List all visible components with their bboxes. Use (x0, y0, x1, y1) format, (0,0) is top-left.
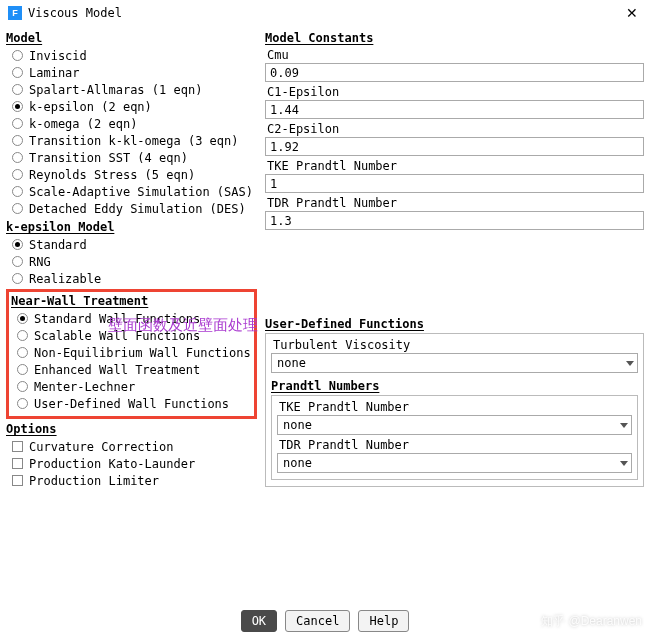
model-option[interactable]: k-epsilon (2 eqn) (6, 98, 261, 115)
checkbox-icon (12, 458, 23, 469)
model-label: Inviscid (29, 49, 87, 63)
svg-rect-0 (523, 615, 537, 629)
radio-icon (12, 50, 23, 61)
radio-icon (12, 101, 23, 112)
constant-input[interactable] (265, 100, 644, 119)
ok-button[interactable]: OK (241, 610, 277, 632)
model-label: Scale-Adaptive Simulation (SAS) (29, 185, 253, 199)
chevron-down-icon (620, 461, 628, 466)
constant-input[interactable] (265, 63, 644, 82)
window-title: Viscous Model (28, 6, 622, 20)
model-option[interactable]: k-omega (2 eqn) (6, 115, 261, 132)
model-option[interactable]: Reynolds Stress (5 eqn) (6, 166, 261, 183)
constant-input[interactable] (265, 211, 644, 230)
radio-icon (12, 118, 23, 129)
ke-model-label: Standard (29, 238, 87, 252)
near-wall-label: User-Defined Wall Functions (34, 397, 229, 411)
close-icon[interactable]: ✕ (622, 5, 642, 21)
chevron-down-icon (620, 423, 628, 428)
model-option[interactable]: Scale-Adaptive Simulation (SAS) (6, 183, 261, 200)
radio-icon (12, 84, 23, 95)
constants-title: Model Constants (265, 31, 644, 45)
model-option[interactable]: Transition SST (4 eqn) (6, 149, 261, 166)
option-check[interactable]: Production Kato-Launder (6, 455, 261, 472)
radio-icon (12, 67, 23, 78)
radio-icon (12, 152, 23, 163)
turb-visc-dropdown[interactable]: none (271, 353, 638, 373)
option-label: Curvature Correction (29, 440, 174, 454)
help-button[interactable]: Help (358, 610, 409, 632)
near-wall-title: Near-Wall Treatment (11, 294, 252, 308)
near-wall-option[interactable]: Non-Equilibrium Wall Functions (11, 344, 252, 361)
options-title: Options (6, 422, 261, 436)
prandtl-box: TKE Prandtl NumbernoneTDR Prandtl Number… (271, 395, 638, 480)
model-option[interactable]: Inviscid (6, 47, 261, 64)
option-label: Production Limiter (29, 474, 159, 488)
constant-label: TKE Prandtl Number (267, 159, 644, 173)
prandtl-value: none (283, 418, 620, 432)
model-option[interactable]: Detached Eddy Simulation (DES) (6, 200, 261, 217)
option-label: Production Kato-Launder (29, 457, 195, 471)
ke-model-label: Realizable (29, 272, 101, 286)
ke-model-title: k-epsilon Model (6, 220, 261, 234)
turb-visc-label: Turbulent Viscosity (273, 338, 638, 352)
constant-input[interactable] (265, 174, 644, 193)
app-icon: F (8, 6, 22, 20)
constant-label: C1-Epsilon (267, 85, 644, 99)
constant-input[interactable] (265, 137, 644, 156)
ke-model-label: RNG (29, 255, 51, 269)
options-checks: Curvature CorrectionProduction Kato-Laun… (6, 438, 261, 489)
radio-icon (12, 239, 23, 250)
prandtl-value: none (283, 456, 620, 470)
prandtl-dropdown[interactable]: none (277, 415, 632, 435)
prandtl-title: Prandtl Numbers (271, 379, 638, 393)
prandtl-dropdown[interactable]: none (277, 453, 632, 473)
annotation-text: 壁面函数及近壁面处理 (108, 316, 258, 335)
near-wall-option[interactable]: User-Defined Wall Functions (11, 395, 252, 412)
model-option[interactable]: Transition k-kl-omega (3 eqn) (6, 132, 261, 149)
near-wall-option[interactable]: Enhanced Wall Treatment (11, 361, 252, 378)
zhihu-icon (523, 615, 537, 629)
model-label: k-omega (2 eqn) (29, 117, 137, 131)
radio-icon (17, 313, 28, 324)
udf-title: User-Defined Functions (265, 317, 644, 331)
radio-icon (12, 135, 23, 146)
option-check[interactable]: Production Limiter (6, 472, 261, 489)
model-option[interactable]: Spalart-Allmaras (1 eqn) (6, 81, 261, 98)
udf-box: Turbulent Viscosity none Prandtl Numbers… (265, 333, 644, 487)
model-title: Model (6, 31, 261, 45)
radio-icon (12, 186, 23, 197)
near-wall-label: Menter-Lechner (34, 380, 135, 394)
cancel-button[interactable]: Cancel (285, 610, 350, 632)
radio-icon (12, 203, 23, 214)
radio-icon (17, 347, 28, 358)
turb-visc-value: none (277, 356, 626, 370)
ke-model-option[interactable]: Standard (6, 236, 261, 253)
radio-icon (12, 273, 23, 284)
model-options: InviscidLaminarSpalart-Allmaras (1 eqn)k… (6, 47, 261, 217)
model-label: Laminar (29, 66, 80, 80)
constant-label: C2-Epsilon (267, 122, 644, 136)
model-option[interactable]: Laminar (6, 64, 261, 81)
ke-model-option[interactable]: RNG (6, 253, 261, 270)
model-label: Spalart-Allmaras (1 eqn) (29, 83, 202, 97)
constant-label: Cmu (267, 48, 644, 62)
near-wall-label: Enhanced Wall Treatment (34, 363, 200, 377)
radio-icon (12, 256, 23, 267)
checkbox-icon (12, 441, 23, 452)
radio-icon (17, 398, 28, 409)
model-label: Detached Eddy Simulation (DES) (29, 202, 246, 216)
ke-model-option[interactable]: Realizable (6, 270, 261, 287)
model-label: Transition k-kl-omega (3 eqn) (29, 134, 239, 148)
radio-icon (17, 330, 28, 341)
model-label: Transition SST (4 eqn) (29, 151, 188, 165)
near-wall-label: Non-Equilibrium Wall Functions (34, 346, 251, 360)
near-wall-option[interactable]: Menter-Lechner (11, 378, 252, 395)
watermark: 知乎 @Dearanwen (523, 613, 642, 630)
titlebar: F Viscous Model ✕ (0, 0, 650, 26)
checkbox-icon (12, 475, 23, 486)
constant-label: TDR Prandtl Number (267, 196, 644, 210)
watermark-text: 知乎 @Dearanwen (541, 613, 642, 630)
radio-icon (12, 169, 23, 180)
option-check[interactable]: Curvature Correction (6, 438, 261, 455)
